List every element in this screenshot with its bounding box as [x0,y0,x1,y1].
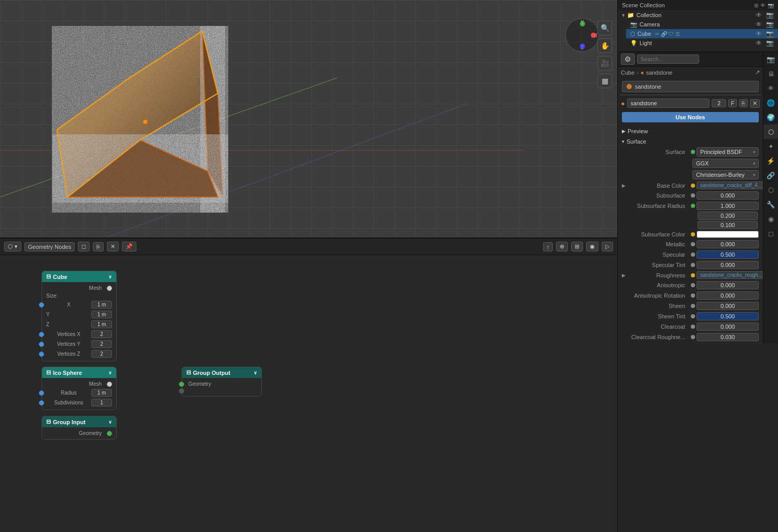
sheen-tint-value[interactable]: 0.500 [697,312,759,320]
side-panel-btn[interactable]: ▷ [602,242,613,251]
collection-render[interactable]: 📷 [766,11,774,19]
ico-sphere-node[interactable]: ⊟ Ico Sphere ∨ Mesh Radius 1 m [41,367,117,410]
upload-btn[interactable]: ↑ [543,242,553,251]
anisotropic-dot[interactable] [691,283,695,287]
mat-close-btn[interactable]: ✕ [750,99,760,108]
props-tab-physics[interactable]: ⚡ [763,153,778,168]
group-input-geom-socket[interactable] [107,431,112,436]
anisotropic-rotation-dot[interactable] [691,293,695,298]
pin-node-btn[interactable]: 📌 [122,242,136,251]
anisotropic-value[interactable]: 0.000 [697,281,759,289]
distribution-dropdown[interactable]: GGX ▾ [692,159,759,168]
ico-sub-value[interactable]: 1 [91,399,112,407]
ico-radius-socket[interactable] [39,390,44,396]
clearcoat-roughness-value[interactable]: 0.030 [697,333,759,341]
sheen-tint-dot[interactable] [691,314,695,318]
preview-header[interactable]: ▶ Preview [620,127,761,136]
new-node-btn[interactable]: ◻ [78,242,90,251]
subsurface-r2-value[interactable]: 0.200 [698,212,758,220]
cube-vz-value[interactable]: 2 [91,350,112,358]
metallic-value[interactable]: 0.000 [697,240,759,248]
ico-sphere-collapse[interactable]: ∨ [108,370,112,375]
cube-z-value[interactable]: 1 m [91,320,112,328]
cube-render[interactable]: 📷 [766,30,774,37]
camera-render[interactable]: 📷 [766,21,774,28]
props-tab-scene[interactable]: 🌐 [763,95,778,110]
editor-type-btn[interactable]: ⬡ ▾ [4,242,21,251]
surface-header[interactable]: ▾ Surface [620,137,761,146]
props-icon-btn[interactable]: ⚙ [621,53,635,65]
specular-tint-value[interactable]: 0.000 [697,261,759,269]
anisotropic-rotation-value[interactable]: 0.000 [697,291,759,300]
cube-x-socket[interactable] [39,302,44,307]
copy-node-btn[interactable]: ⎘ [93,242,104,251]
group-output-collapse[interactable]: ∨ [254,370,257,375]
specular-dot[interactable] [691,253,695,257]
clearcoat-dot[interactable] [691,325,695,329]
subsurface-radius-dot[interactable] [691,204,695,208]
light-visibility[interactable]: 👁 [756,39,762,47]
cube-visibility[interactable]: 👁 [756,30,762,37]
base-color-dot[interactable] [691,184,695,188]
group-input-node[interactable]: ⊟ Group Input ∨ Geometry [41,416,117,440]
cube-node-collapse[interactable]: ∨ [108,274,112,279]
shading-btn[interactable]: ◉ [586,242,599,251]
props-tab-material[interactable]: ⬡ [763,124,778,139]
base-color-expand[interactable]: ▶ [622,183,626,188]
props-tab-particles[interactable]: ✦ [763,139,778,153]
cube-vx-socket[interactable] [39,332,44,337]
clearcoat-roughness-dot[interactable] [691,335,695,339]
cube-vz-socket[interactable] [39,352,44,357]
outliner-options-icon[interactable]: ⊞ [754,3,758,8]
props-tab-render[interactable]: 📷 [763,52,778,66]
cube-mesh-socket[interactable] [107,286,112,291]
cube-vy-value[interactable]: 2 [91,340,112,348]
props-tab-view[interactable]: 👁 [763,81,778,95]
cube-vy-socket[interactable] [39,342,44,347]
prop-search-input[interactable] [637,54,699,64]
mat-fake-user-btn[interactable]: F [728,99,737,107]
collection-visibility[interactable]: 👁 [756,11,762,19]
group-geom-socket[interactable] [179,382,184,387]
roughness-expand[interactable]: ▶ [622,273,626,278]
snap-btn[interactable]: ⊕ [556,242,568,251]
use-nodes-button[interactable]: Use Nodes [622,112,759,122]
roughness-dot[interactable] [691,273,695,277]
props-tab-object-data[interactable]: ⬡ [763,183,778,197]
ico-mesh-socket[interactable] [107,382,112,387]
subsurface-value[interactable]: 0.000 [697,191,759,200]
props-tab-shading[interactable]: ◉ [763,212,778,226]
props-tab-object[interactable]: ◻ [763,226,778,241]
material-slot[interactable]: sandstone [622,81,759,92]
group-output-node[interactable]: ⊟ Group Output ∨ Geometry [182,367,262,397]
mat-copy-btn[interactable]: ⎘ [739,99,748,107]
node-editor-canvas[interactable]: ⊟ Cube ∨ Mesh Size: [0,255,617,532]
base-color-value[interactable]: sandstone_cracks_diff_4... [697,181,766,189]
subsurface-method-dropdown[interactable]: Christensen-Burley ▾ [692,170,759,179]
cube-x-value[interactable]: 1 m [91,301,112,309]
ico-radius-value[interactable]: 1 m [91,389,112,397]
close-node-btn[interactable]: ✕ [107,242,119,251]
grab-tool-btn[interactable]: ✋ [598,38,612,53]
breadcrumb-action-icon[interactable]: ↗ [755,69,760,76]
props-tab-constraints[interactable]: 🔗 [763,168,778,183]
search-tool-btn[interactable]: 🔍 [598,21,612,35]
overlay-btn[interactable]: ⊞ [571,242,583,251]
metallic-dot[interactable] [691,242,695,246]
props-tab-modifier[interactable]: 🔧 [763,197,778,212]
group-output-empty-socket[interactable] [179,388,184,394]
ico-sub-socket[interactable] [39,400,44,405]
geometry-nodes-name[interactable]: Geometry Nodes [24,242,75,251]
props-tab-world[interactable]: 🌍 [763,110,778,124]
outliner-cube[interactable]: ⬡ Cube ✏ 🔗 🛡 ☰ 👁 📷 [626,29,778,38]
cube-vx-value[interactable]: 2 [91,330,112,338]
subsurface-radius-value[interactable]: 1.000 [697,202,759,210]
viewport-gizmo[interactable]: X Y Z [565,18,599,52]
render-tool-btn[interactable]: ▦ [598,74,612,88]
sheen-dot[interactable] [691,304,695,308]
light-render[interactable]: 📷 [766,39,774,47]
clearcoat-value[interactable]: 0.000 [697,323,759,331]
material-name-field[interactable] [627,99,710,108]
camera-visibility[interactable]: 👁 [756,21,762,28]
outliner-camera[interactable]: 📷 Camera 👁 📷 [626,20,778,29]
